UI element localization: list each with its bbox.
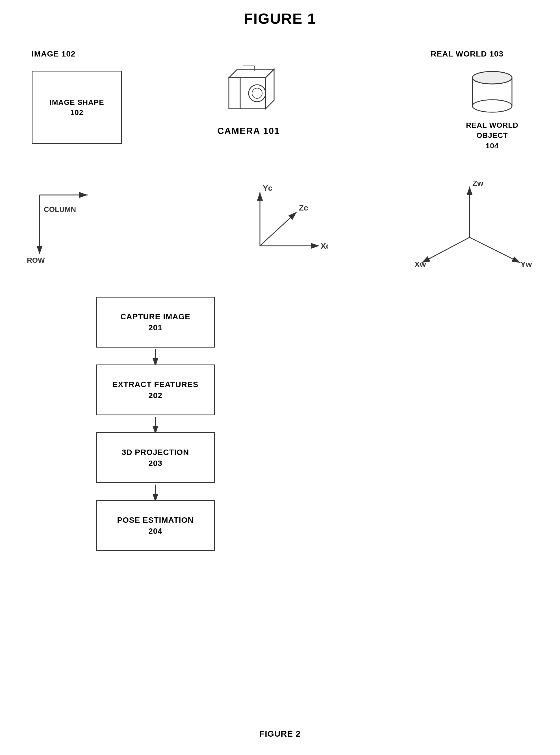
svg-point-10 bbox=[473, 100, 512, 112]
svg-line-22 bbox=[260, 212, 297, 246]
camera-icon bbox=[215, 61, 283, 123]
svg-text:Xc: Xc bbox=[321, 242, 328, 250]
flow-label-pose: POSE ESTIMATION 204 bbox=[117, 515, 194, 537]
cylinder-icon bbox=[464, 65, 520, 119]
flow-label-projection: 3D PROJECTION 203 bbox=[122, 447, 189, 469]
col-row-svg: COLUMN ROW bbox=[25, 189, 104, 271]
image-shape-box: IMAGE SHAPE 102 bbox=[32, 71, 122, 144]
flow-arrow-1 bbox=[148, 347, 162, 364]
flow-box-extract: EXTRACT FEATURES 202 bbox=[96, 364, 215, 415]
svg-text:Zc: Zc bbox=[299, 203, 308, 212]
svg-point-4 bbox=[252, 88, 262, 98]
flow-box-capture: CAPTURE IMAGE 201 bbox=[96, 297, 215, 347]
svg-text:COLUMN: COLUMN bbox=[44, 205, 76, 214]
flowchart: CAPTURE IMAGE 201 EXTRACT FEATURES 202 bbox=[96, 297, 215, 551]
world-coord-area: Zw Xw Yw bbox=[413, 181, 532, 270]
label-realworld103: REAL WORLD 103 bbox=[431, 49, 503, 59]
camera-label: CAMERA 101 bbox=[217, 126, 280, 136]
cylinder-label: REAL WORLD OBJECT 104 bbox=[466, 120, 518, 151]
cylinder-area: REAL WORLD OBJECT 104 bbox=[464, 65, 520, 151]
camera-area: CAMERA 101 bbox=[215, 61, 283, 136]
flow-label-extract: EXTRACT FEATURES 202 bbox=[113, 379, 199, 401]
svg-rect-0 bbox=[229, 78, 265, 109]
page: FIGURE 1 IMAGE 102 REAL WORLD 103 IMAGE … bbox=[0, 0, 560, 755]
svg-text:Yw: Yw bbox=[520, 260, 532, 269]
flow-arrow-3 bbox=[148, 483, 162, 500]
col-row-coord: COLUMN ROW bbox=[25, 189, 104, 272]
svg-text:Yc: Yc bbox=[263, 184, 272, 193]
svg-rect-6 bbox=[243, 66, 254, 71]
svg-text:ROW: ROW bbox=[27, 256, 45, 264]
flow-box-projection: 3D PROJECTION 203 bbox=[96, 432, 215, 483]
image-shape-label: IMAGE SHAPE 102 bbox=[49, 97, 104, 118]
cam-coord-svg: Yc Zc Xc bbox=[226, 184, 328, 269]
figure-title: FIGURE 1 bbox=[244, 10, 316, 27]
world-coord-svg: Zw Xw Yw bbox=[413, 181, 532, 269]
flow-label-capture: CAPTURE IMAGE 201 bbox=[120, 311, 191, 333]
svg-text:Xw: Xw bbox=[415, 260, 426, 269]
svg-marker-2 bbox=[265, 69, 274, 109]
svg-point-3 bbox=[248, 85, 265, 102]
label-image102: IMAGE 102 bbox=[32, 49, 76, 59]
svg-line-32 bbox=[469, 237, 520, 263]
svg-point-11 bbox=[473, 72, 512, 84]
figure2-label: FIGURE 2 bbox=[259, 729, 301, 739]
flow-arrow-2 bbox=[148, 415, 162, 432]
svg-line-31 bbox=[422, 237, 469, 263]
flow-box-pose: POSE ESTIMATION 204 bbox=[96, 500, 215, 551]
cam-coord-area: Yc Zc Xc bbox=[226, 184, 328, 270]
svg-text:Zw: Zw bbox=[473, 181, 483, 187]
